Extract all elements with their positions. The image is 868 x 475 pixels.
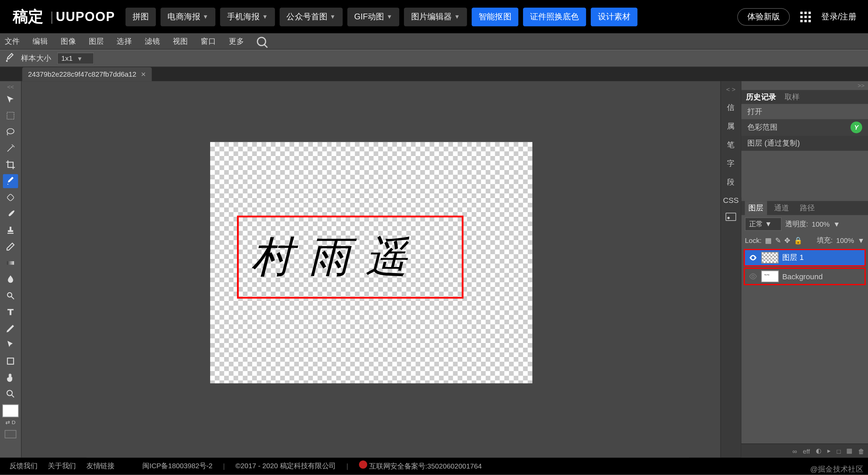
new-layer-icon[interactable]: ▦: [846, 447, 852, 455]
eyedropper-tool-icon[interactable]: [3, 174, 18, 188]
heal-tool-icon[interactable]: [3, 190, 18, 204]
rtab-para[interactable]: 段: [727, 177, 734, 188]
chevron-down-icon: ▼: [330, 14, 336, 20]
pen-tool-icon[interactable]: [3, 321, 18, 335]
link-layers-icon[interactable]: ∞: [792, 447, 797, 454]
history-item-layer-copy[interactable]: 图层 (通过复制): [741, 136, 868, 151]
options-bar: 样本大小 1x1 ▼: [0, 50, 868, 67]
menu-window[interactable]: 窗口: [201, 36, 216, 46]
canvas[interactable]: 村 雨 遥: [210, 142, 532, 383]
menu-layer[interactable]: 图层: [89, 36, 104, 46]
history-item-open[interactable]: 打开: [741, 104, 868, 119]
layer-visibility-icon[interactable]: [748, 272, 758, 281]
panel-expand-icon[interactable]: < >: [726, 86, 735, 93]
rtab-props[interactable]: 属: [727, 121, 734, 132]
sample-size-label: 样本大小: [21, 53, 52, 64]
nav-wechat-cover[interactable]: 公众号首图▼: [280, 7, 343, 26]
chevron-down-icon: ▼: [454, 14, 460, 20]
canvas-area[interactable]: 村 雨 遥: [22, 81, 721, 457]
history-tab[interactable]: 历史记录: [746, 92, 776, 102]
rtab-brush[interactable]: 笔: [727, 140, 734, 150]
lock-fill-row: Lock: ▦ ✎ ✥ 🔒 填充: 100% ▼: [741, 233, 868, 248]
sample-size-select[interactable]: 1x1 ▼: [57, 53, 94, 64]
stamp-tool-icon[interactable]: [3, 223, 18, 237]
layer-mask-icon[interactable]: ◐: [816, 447, 822, 455]
layer-visibility-icon[interactable]: [748, 253, 758, 263]
history-panel-tabs: 历史记录 取样: [741, 90, 868, 104]
dodge-tool-icon[interactable]: [3, 289, 18, 303]
menu-more[interactable]: 更多: [229, 36, 244, 46]
group-icon[interactable]: □: [837, 447, 841, 454]
marquee-tool-icon[interactable]: [3, 109, 18, 122]
quickmask-icon[interactable]: [5, 430, 16, 438]
layer-row-layer1[interactable]: 图层 1: [744, 249, 866, 267]
apps-grid-icon[interactable]: [800, 12, 811, 22]
layer-fx-icon[interactable]: eff: [803, 447, 810, 454]
rtab-char[interactable]: 字: [727, 158, 734, 169]
layer-thumb-icon: [761, 270, 779, 282]
lock-paint-icon[interactable]: ✎: [775, 236, 781, 245]
layers-tab[interactable]: 图层: [745, 201, 767, 215]
nav-image-editor[interactable]: 图片编辑器▼: [404, 7, 467, 26]
rtab-css[interactable]: CSS: [723, 196, 739, 205]
delete-layer-icon[interactable]: 🗑: [858, 447, 865, 454]
nav-gif[interactable]: GIF动图▼: [347, 7, 399, 26]
adjustment-layer-icon[interactable]: ▸: [827, 447, 831, 455]
menu-edit[interactable]: 编辑: [33, 36, 48, 46]
hand-tool-icon[interactable]: [3, 370, 18, 384]
layer-row-background[interactable]: Background: [744, 268, 866, 285]
fill-value[interactable]: 100%: [836, 236, 854, 245]
menu-image[interactable]: 图像: [61, 36, 76, 46]
eraser-tool-icon[interactable]: [3, 240, 18, 253]
lock-pixels-icon[interactable]: ▦: [765, 236, 771, 245]
logo-gaoding: 稿定: [6, 6, 48, 27]
watermark-text: @掘金技术社区: [810, 464, 863, 475]
footer-feedback-link[interactable]: 反馈我们: [9, 461, 38, 471]
sampling-tab[interactable]: 取样: [785, 92, 800, 102]
menu-file[interactable]: 文件: [5, 36, 20, 46]
rtab-info[interactable]: 信: [727, 102, 734, 113]
toolbar-collapse-icon[interactable]: <<: [0, 83, 21, 90]
menu-filter[interactable]: 滤镜: [145, 36, 160, 46]
svg-point-2: [7, 129, 14, 134]
menu-view[interactable]: 视图: [173, 36, 188, 46]
lasso-tool-icon[interactable]: [3, 125, 18, 139]
color-swatch[interactable]: [2, 404, 19, 417]
channels-tab[interactable]: 通道: [770, 201, 792, 215]
try-new-button[interactable]: 体验新版: [737, 8, 790, 25]
menu-select[interactable]: 选择: [117, 36, 132, 46]
wand-tool-icon[interactable]: [3, 141, 18, 155]
footer-about-link[interactable]: 关于我们: [48, 461, 76, 471]
nav-smart-cutout[interactable]: 智能抠图: [472, 7, 519, 26]
crop-tool-icon[interactable]: [3, 158, 18, 172]
nav-mobile-poster[interactable]: 手机海报▼: [220, 7, 275, 26]
rtab-picture-icon[interactable]: [726, 213, 736, 221]
nav-pintu[interactable]: 拼图: [125, 7, 156, 26]
footer-friends-link[interactable]: 友情链接: [86, 461, 115, 471]
shape-tool-icon[interactable]: [3, 354, 18, 368]
close-tab-icon[interactable]: ×: [141, 70, 146, 79]
swatch-toggle-icon[interactable]: ⇄ D: [5, 420, 15, 425]
path-select-tool-icon[interactable]: [3, 338, 18, 352]
nav-id-photo-bg[interactable]: 证件照换底色: [523, 7, 586, 26]
opacity-value[interactable]: 100%: [812, 220, 830, 228]
lock-all-icon[interactable]: 🔒: [794, 236, 803, 245]
nav-ecommerce-poster[interactable]: 电商海报▼: [161, 7, 216, 26]
nav-design-material[interactable]: 设计素材: [591, 7, 638, 26]
blend-mode-select[interactable]: 正常 ▼: [745, 217, 782, 231]
opacity-dropdown-icon[interactable]: ▼: [833, 220, 840, 228]
zoom-tool-icon[interactable]: [3, 387, 18, 401]
panel-collapse-icon[interactable]: >>: [741, 81, 868, 90]
blur-tool-icon[interactable]: [3, 272, 18, 286]
text-tool-icon[interactable]: [3, 305, 18, 319]
fill-dropdown-icon[interactable]: ▼: [857, 236, 864, 245]
paths-tab[interactable]: 路径: [796, 201, 818, 215]
login-register-link[interactable]: 登录/注册: [821, 12, 856, 22]
search-icon[interactable]: [257, 37, 266, 46]
gradient-tool-icon[interactable]: [3, 256, 18, 270]
history-item-color-range[interactable]: 色彩范围Y: [741, 119, 868, 135]
document-tab[interactable]: 24379b2e228c9f47c827fb7dd6a12 ×: [22, 67, 152, 81]
lock-move-icon[interactable]: ✥: [784, 236, 790, 245]
brush-tool-icon[interactable]: [3, 207, 18, 221]
move-tool-icon[interactable]: [3, 92, 18, 106]
